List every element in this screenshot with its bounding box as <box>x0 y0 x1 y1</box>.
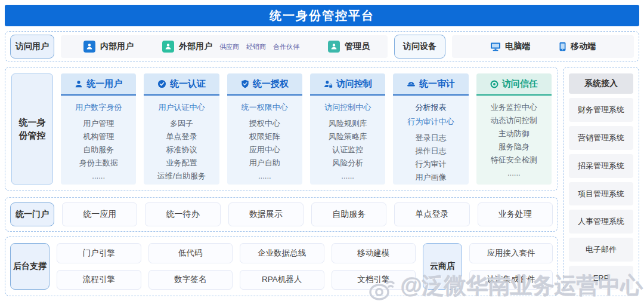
partner-tag: 合作伙伴 <box>273 42 299 51</box>
column-item: 风险策略库 <box>310 130 385 143</box>
backend-column: 低代码数字签名 <box>148 243 233 290</box>
column-item: 自助服务 <box>61 143 136 156</box>
user-icon <box>75 80 83 88</box>
column-header: 统一用户 <box>61 73 136 96</box>
column-item: 特征安全检测 <box>476 153 552 167</box>
backend-item: 门户引擎 <box>57 243 141 263</box>
portal-item: 数据展示 <box>228 202 304 226</box>
column-body: 访问控制中心风险规则库风险策略库认证监控风险分析...... <box>310 96 385 185</box>
access-group: 外部用户供应商经销商合作伙伴 <box>162 41 299 53</box>
identity-platform-diagram: 统一身份管控平台 访问用户 内部用户外部用户供应商经销商合作伙伴管理员 访问设备… <box>0 0 644 301</box>
user-badge-icon <box>83 41 95 53</box>
column-item: 权限矩阵 <box>227 130 302 143</box>
device-item: 移动端 <box>559 41 596 52</box>
column-subtitle: 统一权限中心 <box>227 101 302 114</box>
sidebar-item: 财务管理系统 <box>569 98 633 122</box>
portal-item: 自助服务 <box>311 202 386 226</box>
column-title: 统一授权 <box>253 78 289 90</box>
column-item: 操作日志 <box>393 145 468 158</box>
column-header: 统一授权 <box>227 73 302 96</box>
shield-check-icon <box>241 79 249 88</box>
column-item: 多因子 <box>144 117 219 130</box>
column-body: 用户数字身份用户管理机构管理自助服务身份主数据...... <box>61 96 136 185</box>
audit-cap-icon <box>407 80 416 88</box>
column-title: 统一用户 <box>86 78 122 90</box>
column-item: 业务配置 <box>144 156 219 170</box>
mobile-icon <box>559 42 566 51</box>
identity-column-1: 统一认证用户认证中心多因子单点登录标准协议业务配置运维/自助服务 <box>144 73 219 185</box>
column-item: 登录日志 <box>393 131 468 145</box>
portal-section-label: 统一门户 <box>10 202 54 226</box>
backend-grid: 门户引擎流程引擎低代码数字签名企业数据总线RPA机器人移动建模文档引擎 <box>57 243 416 290</box>
sidebar-item: 招采管理系统 <box>569 154 633 178</box>
column-item: 认证监控 <box>310 143 385 156</box>
identity-section-label: 统一身份管控 <box>11 73 53 185</box>
access-devices-bar: 电脑端移动端 <box>452 35 634 58</box>
column-item: 主动防御 <box>476 127 552 140</box>
access-users-label: 访问用户 <box>10 35 54 59</box>
column-subtitle: 访问控制中心 <box>310 101 385 114</box>
identity-column-4: 统一审计分析报表行为审计中心登录日志操作日志行为审计用户画像 <box>393 73 468 185</box>
sidebar-item: 电子邮件 <box>569 238 633 262</box>
column-body: 统一权限中心授权中心权限矩阵应用中心用户自助...... <box>227 96 302 185</box>
monitor-icon <box>490 42 501 51</box>
backend-column: 移动建模文档引擎 <box>332 243 416 290</box>
partner-tag: 供应商 <box>219 42 239 51</box>
backend-item: 企业数据总线 <box>240 243 324 263</box>
column-title: 统一审计 <box>419 78 455 90</box>
access-group-label: 外部用户 <box>179 41 212 52</box>
identity-columns: 统一用户用户数字身份用户管理机构管理自助服务身份主数据......统一认证用户认… <box>61 73 552 185</box>
partner-tag: 经销商 <box>246 42 266 51</box>
access-users-row: 访问用户 内部用户外部用户供应商经销商合作伙伴管理员 访问设备 电脑端移动端 <box>5 31 639 62</box>
column-body: 业务监控中心动态访问控制主动防御服务隐身特征安全检测...... <box>476 96 552 185</box>
access-group: 内部用户 <box>83 41 134 53</box>
device-item: 电脑端 <box>490 41 530 52</box>
column-item: 应用中心 <box>227 143 302 156</box>
backend-column: 门户引擎流程引擎 <box>57 243 141 290</box>
portal-item: 单点登录 <box>394 202 469 226</box>
backend-item: RPA机器人 <box>240 270 324 290</box>
column-item: 单点登录 <box>144 130 219 143</box>
column-item: ...... <box>310 170 385 183</box>
backend-right-column: 应用接入套件认证集成套件 <box>469 243 553 290</box>
column-item: 风险分析 <box>310 156 385 170</box>
column-item: 服务隐身 <box>476 140 552 153</box>
portal-item: 业务处理 <box>478 202 553 226</box>
system-access-header: 系统接入 <box>569 73 633 94</box>
column-item: ...... <box>227 170 302 183</box>
column-item: 风险规则库 <box>310 117 385 130</box>
sidebar-item: 营销管理系统 <box>569 126 633 150</box>
column-header: 访问控制 <box>310 73 385 96</box>
column-subtitle: 用户数字身份 <box>61 101 136 114</box>
identity-column-5: 访问信任业务监控中心动态访问控制主动防御服务隐身特征安全检测...... <box>476 73 552 185</box>
cloud-store-box: 云商店 <box>423 243 462 290</box>
backend-item: 数字签名 <box>148 270 233 290</box>
column-item: 标准协议 <box>144 143 219 156</box>
column-item: 用户自助 <box>227 156 302 170</box>
column-header: 访问信任 <box>476 73 552 96</box>
admin-badge-icon <box>328 41 340 53</box>
backend-item: 文档引擎 <box>332 270 416 290</box>
backend-item: 低代码 <box>148 243 233 263</box>
backend-item: 流程引擎 <box>57 270 141 290</box>
column-subtitle-dark: 分析报表 <box>393 101 468 114</box>
portal-item: 统一待办 <box>145 202 220 226</box>
column-item: 行为审计 <box>393 158 468 171</box>
portal-item: 统一应用 <box>62 202 137 226</box>
backend-support-section: 后台支撑 门户引擎流程引擎低代码数字签名企业数据总线RPA机器人移动建模文档引擎… <box>5 236 558 296</box>
backend-item: 移动建模 <box>332 243 416 263</box>
device-label: 电脑端 <box>505 41 530 52</box>
backend-section-label: 后台支撑 <box>10 243 49 290</box>
column-item: 用户画像 <box>393 171 468 184</box>
user-lock-icon <box>324 80 333 88</box>
identity-column-3: 访问控制访问控制中心风险规则库风险策略库认证监控风险分析...... <box>310 73 385 185</box>
identity-management-section: 统一身份管控 统一用户用户数字身份用户管理机构管理自助服务身份主数据......… <box>5 67 558 191</box>
badge-check-icon <box>157 79 166 88</box>
column-title: 访问控制 <box>336 78 372 90</box>
system-access-sidebar: 系统接入 财务管理系统营销管理系统招采管理系统项目管理系统人事管理系统电子邮件E… <box>563 67 639 296</box>
column-subtitle: 用户认证中心 <box>144 101 219 114</box>
platform-title: 统一身份管控平台 <box>270 8 374 24</box>
device-label: 移动端 <box>571 41 596 52</box>
column-item: 身份主数据 <box>61 156 136 170</box>
access-group-label: 内部用户 <box>100 41 134 52</box>
